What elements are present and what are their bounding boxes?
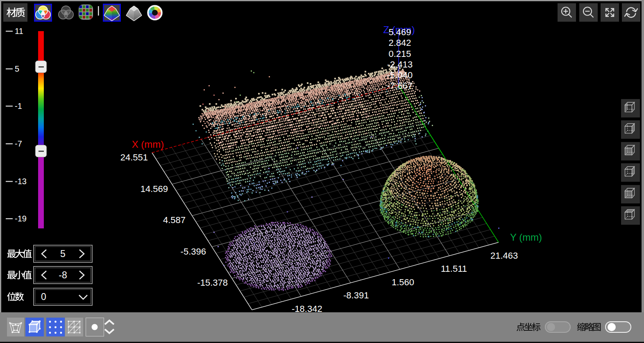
svg-text:-15.378: -15.378: [197, 278, 228, 288]
svg-text:21.463: 21.463: [490, 250, 518, 261]
svg-text:5.469: 5.469: [388, 27, 411, 37]
svg-text:14.569: 14.569: [141, 184, 168, 194]
svg-text:-8.391: -8.391: [343, 290, 369, 300]
svg-text:0.215: 0.215: [388, 49, 411, 59]
svg-text:-7.667: -7.667: [387, 81, 413, 91]
svg-text:-2.413: -2.413: [387, 59, 413, 70]
svg-text:X (mm): X (mm): [132, 139, 164, 150]
svg-text:2.842: 2.842: [388, 38, 411, 48]
svg-text:1.560: 1.560: [392, 277, 414, 287]
svg-text:24.551: 24.551: [120, 152, 148, 162]
svg-text:4.587: 4.587: [163, 215, 186, 225]
svg-text:11.511: 11.511: [441, 264, 467, 274]
svg-text:Y (mm): Y (mm): [510, 232, 542, 243]
svg-text:-5.040: -5.040: [387, 70, 413, 80]
svg-text:-5.396: -5.396: [181, 246, 206, 257]
